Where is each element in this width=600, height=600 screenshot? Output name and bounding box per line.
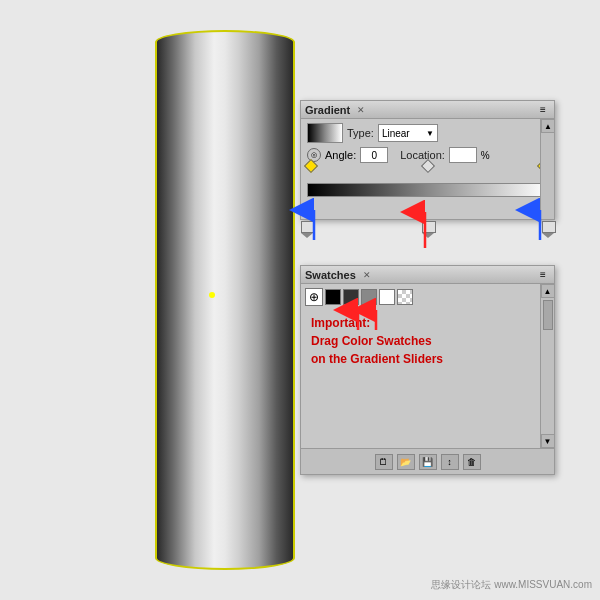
gradient-panel-close[interactable]: ✕ [357,105,365,115]
percent-label: % [481,150,490,161]
type-select-arrow: ▼ [426,129,434,138]
canvas-area: Gradient ✕ ≡ Type: Linear ▼ ◎ Angle: 0 L… [0,0,600,600]
load-swatches-icon[interactable]: 📂 [397,454,415,470]
type-select[interactable]: Linear ▼ [378,124,438,142]
location-input[interactable] [449,147,477,163]
location-label: Location: [400,149,445,161]
cylinder-container [155,20,295,580]
gradient-panel-scrollbar[interactable]: ▲ [540,119,554,219]
angle-input[interactable]: 0 [360,147,388,163]
swatches-panel-title: Swatches [305,269,356,281]
instruction-text: Important: Drag Color Swatches on the Gr… [305,310,550,372]
color-stop-right[interactable] [542,221,554,235]
swatches-panel-menu[interactable]: ≡ [536,268,550,282]
gradient-type-row: Type: Linear ▼ [307,123,548,143]
swatches-panel-close[interactable]: ✕ [363,270,371,280]
type-label: Type: [347,127,374,139]
swatch-black[interactable] [325,289,341,305]
save-swatches-icon[interactable]: 💾 [419,454,437,470]
swatch-mid[interactable] [361,289,377,305]
gradient-preview[interactable] [307,123,343,143]
swatch-target-icon[interactable]: ⊕ [305,288,323,306]
swatches-scroll-down[interactable]: ▼ [541,434,555,448]
swatches-content: ⊕ Important: Drag Color Swatches on the … [301,284,554,376]
gradient-slider-container [307,169,548,219]
color-stop-mid[interactable] [422,221,434,235]
swatches-panel: Swatches ✕ ≡ ⊕ Important: Drag Color Swa… [300,265,555,475]
swatches-scrollbar[interactable]: ▲ ▼ [540,284,554,448]
gradient-scroll-up[interactable]: ▲ [541,119,555,133]
watermark: 思缘设计论坛 www.MISSVUAN.com [431,578,592,592]
gradient-panel-menu[interactable]: ≡ [536,103,550,117]
new-swatch-icon[interactable]: 🗒 [375,454,393,470]
instruction-line1: Drag Color Swatches [311,332,544,350]
swatches-title-left: Swatches ✕ [305,269,371,281]
gradient-bar[interactable] [307,183,548,197]
gradient-panel-content: Type: Linear ▼ ◎ Angle: 0 Location: % [301,119,554,223]
type-select-value: Linear [382,128,410,139]
swatch-transparent[interactable] [397,289,413,305]
swatches-scroll-thumb[interactable] [543,300,553,330]
swatch-white[interactable] [379,289,395,305]
swatches-toolbar: ⊕ [305,288,550,306]
gradient-panel-titlebar: Gradient ✕ ≡ [301,101,554,119]
color-stop-left[interactable] [301,221,313,235]
swatches-scroll-up[interactable]: ▲ [541,284,555,298]
instruction-important: Important: [311,314,544,332]
gradient-panel-title-left: Gradient ✕ [305,104,365,116]
swatches-bottom-toolbar: 🗒 📂 💾 ↕ 🗑 [301,448,554,474]
replace-swatches-icon[interactable]: ↕ [441,454,459,470]
gradient-panel: Gradient ✕ ≡ Type: Linear ▼ ◎ Angle: 0 L… [300,100,555,220]
swatch-dark[interactable] [343,289,359,305]
instruction-line2: on the Gradient Sliders [311,350,544,368]
angle-label: Angle: [325,149,356,161]
cylinder-gradient [155,30,295,570]
yellow-dot [209,292,215,298]
swatches-panel-titlebar: Swatches ✕ ≡ [301,266,554,284]
gradient-panel-title: Gradient [305,104,350,116]
delete-swatch-icon[interactable]: 🗑 [463,454,481,470]
